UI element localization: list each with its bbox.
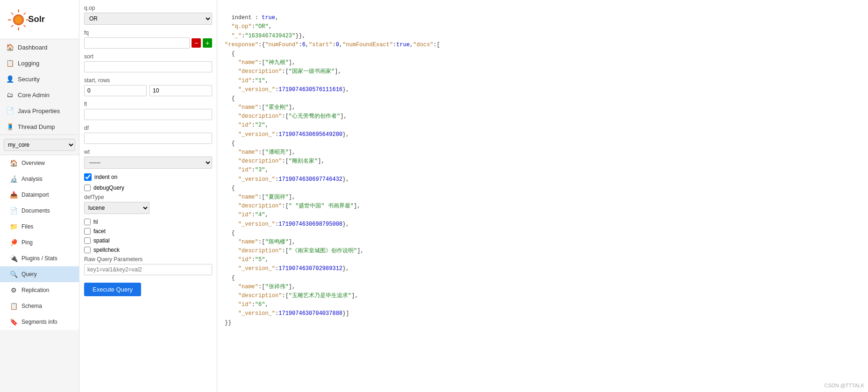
fq-row: − + xyxy=(84,37,212,49)
top-nav: 🏠Dashboard📋Logging👤Security🗂Core Admin📄J… xyxy=(0,39,79,135)
replication-icon: ⚙ xyxy=(9,286,18,294)
security-icon: 👤 xyxy=(6,75,14,83)
core-nav-item-schema[interactable]: 📋Schema xyxy=(0,298,79,314)
core-nav-item-documents[interactable]: 📄Documents xyxy=(0,203,79,219)
sort-input[interactable] xyxy=(84,61,212,72)
indent-row: indent on xyxy=(84,173,212,181)
spellcheck-checkbox[interactable] xyxy=(84,247,91,253)
fl-group: fl xyxy=(84,101,212,120)
svg-line-7 xyxy=(24,13,25,14)
ping-icon: 🏓 xyxy=(9,238,18,247)
solr-logo: Solr xyxy=(6,5,52,33)
svg-line-8 xyxy=(12,25,13,27)
dashboard-icon: 🏠 xyxy=(6,43,14,51)
debug-query-checkbox[interactable] xyxy=(84,185,91,191)
spellcheck-label: spellcheck xyxy=(93,247,120,253)
rows-input[interactable] xyxy=(149,85,212,96)
core-nav-label-documents: Documents xyxy=(21,207,50,214)
segments-info-icon: 🔖 xyxy=(9,318,18,326)
fq-input[interactable] xyxy=(84,37,190,49)
fq-label: fq xyxy=(84,29,212,36)
logging-icon: 📋 xyxy=(6,59,14,67)
debug-query-label: debugQuery xyxy=(93,185,124,191)
documents-icon: 📄 xyxy=(9,207,18,215)
fl-input[interactable] xyxy=(84,109,212,120)
fq-add-button[interactable]: + xyxy=(203,38,212,48)
q-op-label: q.op xyxy=(84,5,212,11)
def-type-label: defType xyxy=(84,194,212,200)
core-admin-icon: 🗂 xyxy=(6,91,14,99)
query-panel: q.op ORAND fq − + sort start, rows fl df… xyxy=(79,0,217,392)
raw-params-input[interactable] xyxy=(84,264,212,275)
core-nav-item-query[interactable]: 🔍Query xyxy=(0,266,79,282)
result-panel[interactable]: indent : true, "q.op":"OR", "_":"1639467… xyxy=(217,0,868,392)
core-nav-item-overview[interactable]: 🏠Overview xyxy=(0,155,79,171)
df-group: df xyxy=(84,125,212,144)
sidebar-item-logging[interactable]: 📋Logging xyxy=(0,55,79,71)
watermark: CSDN @TTTALK xyxy=(824,383,864,388)
svg-line-9 xyxy=(24,25,25,27)
wt-group: wt ------jsonxmlcsv xyxy=(84,149,212,169)
wt-select[interactable]: ------jsonxmlcsv xyxy=(84,157,212,169)
svg-text:Solr: Solr xyxy=(28,14,45,24)
sidebar-label-dashboard: Dashboard xyxy=(18,44,48,51)
core-nav-item-analysis[interactable]: 🔬Analysis xyxy=(0,171,79,187)
java-properties-icon: 📄 xyxy=(6,107,14,115)
sidebar-item-thread-dump[interactable]: 🧵Thread Dump xyxy=(0,119,79,135)
facet-checkbox[interactable] xyxy=(84,228,91,235)
core-nav-label-dataimport: Dataimport xyxy=(21,192,49,198)
sidebar: Solr 🏠Dashboard📋Logging👤Security🗂Core Ad… xyxy=(0,0,79,392)
sidebar-label-logging: Logging xyxy=(18,60,39,67)
spatial-checkbox[interactable] xyxy=(84,237,91,244)
sidebar-item-dashboard[interactable]: 🏠Dashboard xyxy=(0,39,79,55)
hl-checkbox[interactable] xyxy=(84,219,91,225)
core-nav-item-replication[interactable]: ⚙Replication xyxy=(0,282,79,298)
logo-area: Solr xyxy=(0,0,79,39)
start-rows-group: start, rows xyxy=(84,77,212,96)
core-nav-item-files[interactable]: 📁Files xyxy=(0,219,79,235)
start-rows-label: start, rows xyxy=(84,77,212,84)
core-nav-item-plugins-stats[interactable]: 🔌Plugins / Stats xyxy=(0,250,79,266)
core-selector-area: my_core xyxy=(0,135,79,155)
core-nav-item-segments-info[interactable]: 🔖Segments info xyxy=(0,314,79,330)
raw-params-label: Raw Query Parameters xyxy=(84,256,212,263)
core-nav-item-ping[interactable]: 🏓Ping xyxy=(0,235,79,250)
analysis-icon: 🔬 xyxy=(9,175,18,183)
sidebar-item-core-admin[interactable]: 🗂Core Admin xyxy=(0,87,79,103)
df-input[interactable] xyxy=(84,133,212,144)
debug-query-row: debugQuery xyxy=(84,185,212,191)
core-selector[interactable]: my_core xyxy=(4,139,75,151)
fl-label: fl xyxy=(84,101,212,107)
facet-label: facet xyxy=(93,228,106,235)
fq-remove-button[interactable]: − xyxy=(192,38,201,48)
start-rows-pair xyxy=(84,85,212,96)
core-nav-label-replication: Replication xyxy=(21,287,49,293)
core-nav-label-query: Query xyxy=(21,271,37,278)
sidebar-label-security: Security xyxy=(18,76,40,83)
spatial-row: spatial xyxy=(84,237,212,244)
def-type-row: lucenedismaxedismax xyxy=(84,202,212,214)
indent-checkbox[interactable] xyxy=(84,173,92,181)
sidebar-item-security[interactable]: 👤Security xyxy=(0,71,79,87)
sidebar-label-java-properties: Java Properties xyxy=(18,107,60,114)
core-nav-label-analysis: Analysis xyxy=(21,176,43,182)
core-nav-label-ping: Ping xyxy=(21,239,33,246)
sidebar-label-thread-dump: Thread Dump xyxy=(18,123,55,130)
svg-line-6 xyxy=(12,13,13,14)
overview-icon: 🏠 xyxy=(9,159,18,167)
core-nav: 🏠Overview🔬Analysis📥Dataimport📄Documents📁… xyxy=(0,155,79,330)
facet-row: facet xyxy=(84,228,212,235)
plugins-stats-icon: 🔌 xyxy=(9,254,18,263)
dataimport-icon: 📥 xyxy=(9,191,18,199)
sort-group: sort xyxy=(84,53,212,72)
sidebar-label-core-admin: Core Admin xyxy=(18,92,50,99)
sidebar-item-java-properties[interactable]: 📄Java Properties xyxy=(0,103,79,119)
core-nav-item-dataimport[interactable]: 📥Dataimport xyxy=(0,187,79,203)
df-label: df xyxy=(84,125,212,131)
indent-label: indent on xyxy=(94,174,117,180)
q-op-group: q.op ORAND xyxy=(84,5,212,25)
start-input[interactable] xyxy=(84,85,147,96)
q-op-select[interactable]: ORAND xyxy=(84,13,212,25)
execute-query-button[interactable]: Execute Query xyxy=(84,283,141,296)
def-type-select[interactable]: lucenedismaxedismax xyxy=(84,202,149,214)
